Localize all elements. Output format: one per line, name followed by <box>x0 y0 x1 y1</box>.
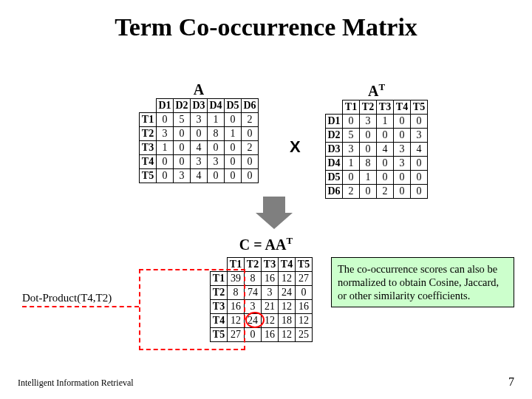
matrix-at-cell: 0 <box>360 184 377 198</box>
matrix-c-cell: 12 <box>296 314 313 328</box>
matrix-at-cell: 3 <box>360 114 377 128</box>
matrix-a-cell: 0 <box>174 141 191 155</box>
matrix-c-cell: 21 <box>262 300 279 314</box>
matrix-a-label: A <box>139 81 259 98</box>
matrix-a-cell: 4 <box>191 169 208 183</box>
matrix-c-cell: 74 <box>245 286 262 300</box>
matrix-a-cell: 0 <box>225 141 242 155</box>
matrix-at-cell: 1 <box>360 170 377 184</box>
matrix-a-table: D1D2D3D4D5D6T1053102T2300810T3104002T400… <box>139 98 259 183</box>
matrix-at-cell: 0 <box>411 170 428 184</box>
matrix-a-cell: 3 <box>157 127 174 141</box>
matrix-at-cell: 3 <box>394 156 411 170</box>
matrix-c-cell: 24 <box>245 314 262 328</box>
matrix-c-cell: 8 <box>228 286 245 300</box>
slide-title: Term Co-occurrence Matrix <box>0 13 532 41</box>
matrix-at-cell: 0 <box>411 114 428 128</box>
matrix-c-row-header: T1 <box>211 272 228 286</box>
matrix-c-col-header: T1 <box>228 258 245 272</box>
matrix-a-col-header: D5 <box>225 99 242 113</box>
matrix-at-cell: 0 <box>377 128 394 142</box>
matrix-a-col-header: D3 <box>191 99 208 113</box>
matrix-c-cell: 16 <box>228 300 245 314</box>
matrix-a-cell: 3 <box>191 113 208 127</box>
matrix-at-cell: 0 <box>360 128 377 142</box>
matrix-at-row-header: D3 <box>326 142 343 156</box>
matrix-a-cell: 0 <box>174 127 191 141</box>
matrix-a-cell: 0 <box>225 113 242 127</box>
matrix-a-row-header: T1 <box>140 113 157 127</box>
matrix-at-cell: 0 <box>394 184 411 198</box>
matrix-c-table: T1T2T3T4T5T1398161227T28743240T316321121… <box>210 257 313 342</box>
matrix-a-cell: 2 <box>242 141 259 155</box>
matrix-a-cell: 0 <box>191 127 208 141</box>
matrix-at-table: T1T2T3T4T5D103100D250003D330434D418030D5… <box>325 100 428 199</box>
matrix-a-col-header: D2 <box>174 99 191 113</box>
matrix-c-cell: 12 <box>279 300 296 314</box>
matrix-a-cell: 0 <box>157 113 174 127</box>
footer-right: 7 <box>508 375 514 389</box>
matrix-at-corner <box>326 100 343 114</box>
matrix-c-row-header: T4 <box>211 314 228 328</box>
matrix-a-cell: 3 <box>208 155 225 169</box>
matrix-a-cell: 0 <box>208 141 225 155</box>
matrix-c-row-header: T2 <box>211 286 228 300</box>
matrix-c-cell: 16 <box>262 328 279 342</box>
matrix-c-cell: 3 <box>262 286 279 300</box>
slide: Term Co-occurrence Matrix A D1D2D3D4D5D6… <box>0 0 532 399</box>
matrix-at-cell: 0 <box>394 128 411 142</box>
matrix-at-cell: 0 <box>360 142 377 156</box>
matrix-c-cell: 18 <box>279 314 296 328</box>
matrix-a-cell: 3 <box>174 169 191 183</box>
matrix-c-cell: 12 <box>228 314 245 328</box>
matrix-a-row-header: T5 <box>140 169 157 183</box>
matrix-c-cell: 25 <box>296 328 313 342</box>
matrix-a-cell: 0 <box>174 155 191 169</box>
matrix-at-cell: 3 <box>343 142 360 156</box>
matrix-a-row-header: T3 <box>140 141 157 155</box>
matrix-a-cell: 0 <box>242 155 259 169</box>
matrix-c-cell: 16 <box>262 272 279 286</box>
matrix-at-cell: 0 <box>394 114 411 128</box>
matrix-at-cell: 5 <box>343 128 360 142</box>
footer-left: Intelligent Information Retrieval <box>18 378 134 389</box>
matrix-at-col-header: T5 <box>411 100 428 114</box>
matrix-at-cell: 2 <box>343 184 360 198</box>
matrix-c-col-header: T5 <box>296 258 313 272</box>
matrix-c-col-header: T2 <box>245 258 262 272</box>
matrix-c-cell: 8 <box>245 272 262 286</box>
matrix-c-cell: 0 <box>245 328 262 342</box>
matrix-c-corner <box>211 258 228 272</box>
matrix-a-cell: 0 <box>208 169 225 183</box>
matrix-c-row-header: T5 <box>211 328 228 342</box>
matrix-at-cell: 0 <box>377 156 394 170</box>
matrix-c-cell: 12 <box>262 314 279 328</box>
matrix-c-cell: 16 <box>296 300 313 314</box>
matrix-at-cell: 2 <box>377 184 394 198</box>
matrix-a-corner <box>140 99 157 113</box>
matrix-at-cell: 8 <box>360 156 377 170</box>
matrix-at-cell: 0 <box>411 156 428 170</box>
matrix-c-cell: 0 <box>296 286 313 300</box>
matrix-at-cell: 0 <box>411 184 428 198</box>
matrix-a-block: A D1D2D3D4D5D6T1053102T2300810T3104002T4… <box>139 81 259 183</box>
matrix-at-cell: 4 <box>377 142 394 156</box>
matrix-a-cell: 1 <box>208 113 225 127</box>
matrix-c-col-header: T4 <box>279 258 296 272</box>
matrix-a-cell: 2 <box>242 113 259 127</box>
matrix-c-cell: 27 <box>296 272 313 286</box>
matrix-a-cell: 0 <box>225 169 242 183</box>
matrix-c-cell: 39 <box>228 272 245 286</box>
down-arrow-icon <box>256 197 293 229</box>
matrix-c-label: C = AAT <box>0 235 532 253</box>
matrix-c-cell: 12 <box>279 328 296 342</box>
matrix-c-row-header: T3 <box>211 300 228 314</box>
matrix-a-cell: 4 <box>191 141 208 155</box>
matrix-c-col-header: T3 <box>262 258 279 272</box>
matrix-c-cell: 24 <box>279 286 296 300</box>
matrix-a-col-header: D6 <box>242 99 259 113</box>
matrix-a-col-header: D1 <box>157 99 174 113</box>
matrix-a-cell: 8 <box>208 127 225 141</box>
matrix-a-cell: 0 <box>225 155 242 169</box>
matrix-at-cell: 4 <box>411 142 428 156</box>
